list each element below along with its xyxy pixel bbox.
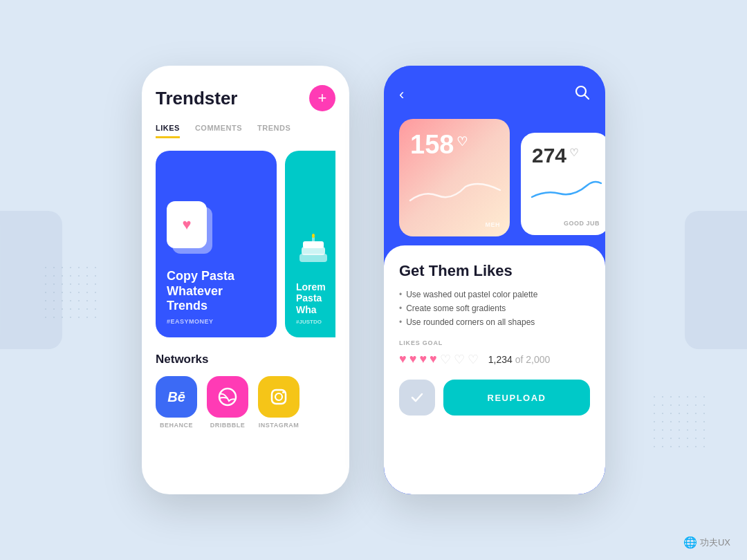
right-phone-top: ‹ 158 ♡ (384, 66, 605, 250)
watermark: 🌐 功夫UX (683, 536, 730, 549)
stat-card-gradient: 158 ♡ MEH (399, 119, 510, 236)
bullet-1: • (399, 290, 402, 299)
dribbble-label: DRIBBBLE (210, 422, 246, 429)
behance-label: BEHANCE (160, 422, 193, 429)
bg-dots-left (42, 263, 97, 319)
detail-title: Get Them Likes (399, 262, 590, 280)
svg-line-10 (585, 95, 589, 100)
instagram-label: INSTAGRAM (259, 422, 299, 429)
phones-container: Trendster + LIKES COMMENTS TRENDS ♥ (142, 66, 605, 494)
cake-icon (296, 232, 335, 273)
card-teal[interactable]: Lorem Pasta Wha #JUSTDO (285, 151, 335, 337)
cards-row: ♥ Copy Pasta Whatever Trends #EASYMONEY (156, 151, 335, 337)
left-phone-header: Trendster + (156, 85, 335, 111)
likes-goal-row: ♥ ♥ ♥ ♥ ♡ ♡ ♡ 1,234 of 2,000 (399, 352, 590, 367)
bullet-2: • (399, 304, 402, 313)
tab-bar: LIKES COMMENTS TRENDS (156, 124, 335, 138)
reupload-button[interactable]: REUPLOAD (443, 380, 590, 416)
tab-comments[interactable]: COMMENTS (195, 124, 242, 138)
app-title: Trendster (156, 88, 238, 109)
stat2-number: 274 ♡ (532, 144, 598, 167)
heart-2: ♥ (409, 352, 417, 367)
card-blue-tag: #EASYMONEY (167, 318, 266, 325)
goal-numbers: 1,234 of 2,000 (488, 354, 551, 365)
tab-likes[interactable]: LIKES (156, 124, 180, 138)
stat1-number: 158 ♡ (410, 130, 499, 160)
svg-point-4 (312, 234, 315, 238)
right-phone-detail: Get Them Likes • Use washed out pastel c… (384, 245, 605, 494)
network-dribbble[interactable]: DRIBBBLE (207, 376, 248, 429)
heart-3: ♥ (419, 352, 427, 367)
stat2-label: GOOD JUB (564, 220, 600, 227)
heart-4: ♥ (430, 352, 437, 367)
behance-icon: Bē (156, 376, 197, 418)
card-blue-icon: ♥ (167, 201, 215, 256)
likes-point-2: • Create some soft gradients (399, 304, 590, 313)
heart-icon: ♥ (182, 216, 191, 234)
svg-point-8 (282, 391, 284, 393)
stat1-chart (410, 176, 499, 210)
hearts-row: ♥ ♥ ♥ ♥ ♡ ♡ ♡ (399, 352, 479, 367)
stat1-heart: ♡ (456, 134, 468, 149)
right-phone: ‹ 158 ♡ (384, 66, 605, 494)
stat2-chart (532, 173, 598, 203)
action-row: REUPLOAD (399, 380, 590, 416)
card-blue-title: Copy Pasta Whatever Trends (167, 269, 266, 314)
svg-point-7 (275, 393, 282, 400)
heart-6: ♡ (454, 352, 465, 367)
card-icon-front: ♥ (167, 201, 207, 248)
heart-7: ♡ (468, 352, 479, 367)
bullet-3: • (399, 317, 402, 327)
stats-row: 158 ♡ MEH 274 ♡ (399, 119, 590, 236)
card-teal-tag: #JUSTDO (296, 319, 335, 325)
stat1-label: MEH (486, 221, 501, 228)
tab-trends[interactable]: TRENDS (257, 124, 290, 138)
card-blue[interactable]: ♥ Copy Pasta Whatever Trends #EASYMONEY (156, 151, 277, 337)
watermark-text: 功夫UX (700, 536, 730, 549)
heart-1: ♥ (399, 352, 407, 367)
wechat-icon: 🌐 (683, 536, 697, 549)
networks-section: Networks Bē BEHANCE (156, 353, 335, 429)
likes-goal-label: LIKES GOAL (399, 339, 590, 346)
network-behance[interactable]: Bē BEHANCE (156, 376, 197, 429)
instagram-icon (258, 376, 299, 418)
card-teal-title: Lorem Pasta Wha (296, 281, 335, 316)
heart-5: ♡ (440, 352, 451, 367)
bg-shape-right (685, 211, 747, 349)
back-button[interactable]: ‹ (399, 86, 404, 104)
left-phone: Trendster + LIKES COMMENTS TRENDS ♥ (142, 66, 349, 494)
stat-card-white: 274 ♡ GOOD JUB (521, 133, 605, 235)
top-nav: ‹ (399, 85, 590, 104)
network-instagram[interactable]: INSTAGRAM (258, 376, 299, 429)
svg-rect-3 (312, 237, 315, 243)
bg-dots-right (650, 393, 706, 448)
search-button[interactable] (575, 85, 590, 104)
svg-point-5 (219, 389, 236, 405)
add-button[interactable]: + (309, 85, 335, 111)
networks-title: Networks (156, 353, 335, 366)
likes-point-3: • Use rounded corners on all shapes (399, 317, 590, 327)
networks-row: Bē BEHANCE DRIBBBLE (156, 376, 335, 429)
dribbble-icon (207, 376, 248, 418)
check-button[interactable] (399, 380, 435, 416)
likes-points: • Use washed out pastel color palette • … (399, 290, 590, 327)
likes-point-1: • Use washed out pastel color palette (399, 290, 590, 299)
stat2-heart: ♡ (569, 147, 578, 159)
